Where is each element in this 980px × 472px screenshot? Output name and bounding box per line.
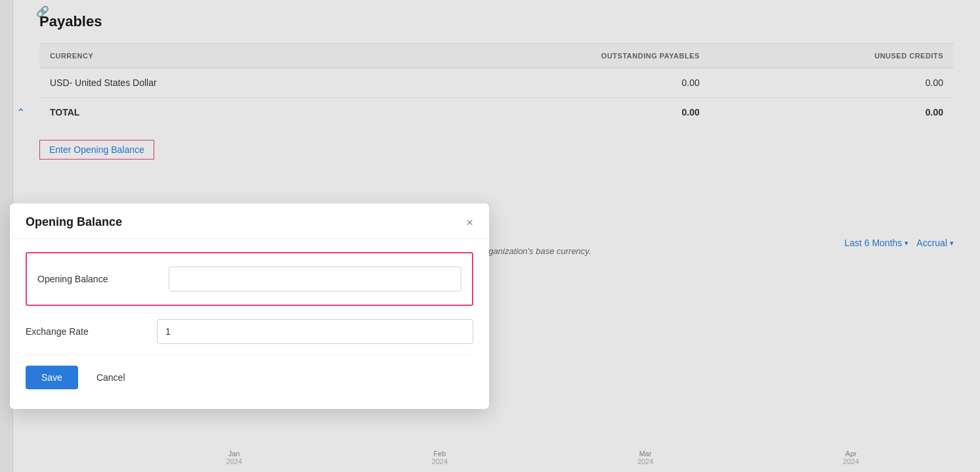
opening-balance-row: Opening Balance (26, 252, 473, 306)
page-wrapper: ⌃ 🔗 Payables CURRENCY OUTSTANDING PAYABL… (0, 0, 980, 472)
modal-body: Opening Balance Exchange Rate (10, 252, 489, 355)
save-button[interactable]: Save (26, 366, 78, 389)
modal-header: Opening Balance × (10, 204, 489, 239)
exchange-rate-label: Exchange Rate (26, 326, 157, 337)
opening-balance-input[interactable] (169, 267, 461, 291)
modal-title: Opening Balance (26, 215, 122, 229)
exchange-rate-input[interactable] (157, 319, 473, 344)
cancel-button[interactable]: Cancel (86, 366, 136, 389)
modal-footer: Save Cancel (10, 355, 489, 389)
modal-close-button[interactable]: × (466, 217, 473, 228)
exchange-rate-row: Exchange Rate (26, 309, 473, 355)
opening-balance-modal: Opening Balance × Opening Balance Exchan… (10, 204, 489, 409)
opening-balance-label: Opening Balance (37, 274, 169, 284)
